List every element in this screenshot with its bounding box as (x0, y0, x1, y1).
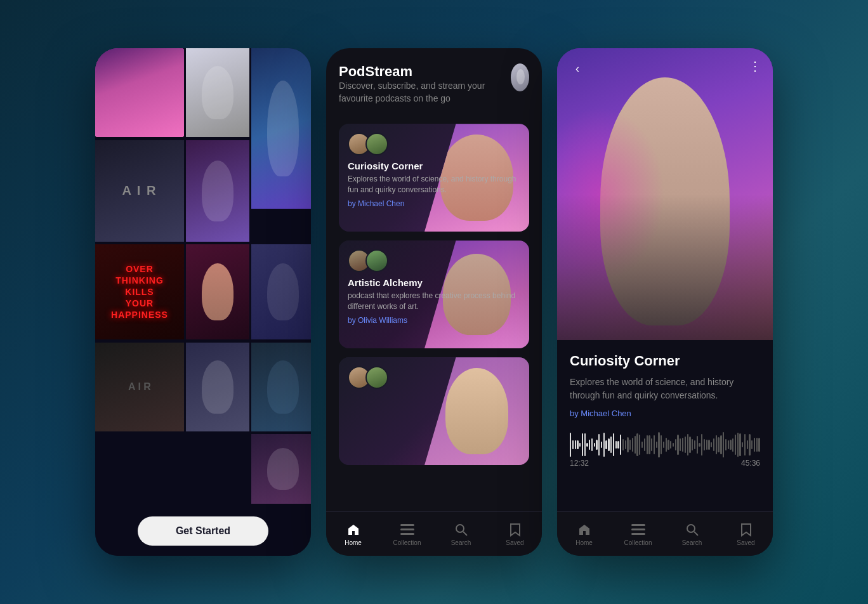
wave-bar (647, 435, 648, 454)
wave-bar (654, 435, 655, 455)
card-avatars-1 (348, 133, 520, 155)
svg-rect-2 (400, 533, 414, 535)
card-desc-2: podcast that explores the creative proce… (348, 291, 520, 312)
mini-avatar-2b (365, 249, 388, 272)
wave-bar (579, 443, 581, 447)
wave-bar (718, 437, 719, 453)
grid-image-8 (186, 244, 249, 339)
wave-bar (575, 440, 576, 449)
card-desc-1: Explores the world of science, and histo… (348, 174, 520, 195)
wave-bar (632, 438, 633, 451)
wave-bar (594, 443, 595, 447)
wave-bar (704, 439, 705, 450)
time-current: 12:32 (570, 459, 589, 468)
wave-bar (608, 438, 609, 450)
wave-bar (675, 439, 676, 451)
wave-bar (711, 442, 712, 447)
nav-home-2[interactable]: Home (326, 522, 380, 546)
wave-bar (758, 438, 760, 451)
user-avatar[interactable] (511, 63, 529, 91)
wave-bar (598, 434, 600, 455)
wave-bar (677, 435, 678, 454)
nav-search-2[interactable]: Search (434, 522, 488, 546)
wave-bar (666, 438, 667, 452)
wave-bar (629, 440, 631, 450)
wave-bar (694, 440, 695, 449)
wave-bar (589, 440, 590, 449)
card-avatars-2 (348, 249, 520, 272)
grid-image-12 (251, 343, 311, 431)
wave-bar (610, 437, 612, 452)
waveform[interactable] (570, 431, 760, 459)
wave-bar (673, 443, 674, 446)
get-started-button[interactable]: Get Started (138, 516, 268, 546)
nav-saved-label-2: Saved (506, 539, 523, 546)
detail-info: Curiosity Corner Explores the world of s… (557, 340, 773, 478)
wave-bar (641, 442, 643, 448)
grid-image-4: A I R (95, 140, 184, 242)
detail-title: Curiosity Corner (570, 353, 760, 369)
wave-bar (644, 438, 645, 450)
wave-bar (720, 435, 721, 455)
wave-bar (663, 442, 664, 448)
wave-bar (713, 438, 714, 451)
wave-bar (603, 433, 605, 457)
more-button[interactable]: ⋮ (749, 58, 763, 74)
grid-image-overthinking: OVERTHINKINGKILLSYOURHAPPINESS (95, 244, 184, 339)
wave-bar (627, 437, 628, 452)
wave-bar (739, 433, 740, 457)
wave-bar (648, 435, 650, 454)
grid-image-11 (186, 343, 249, 431)
wave-bar (708, 440, 709, 450)
bottom-nav-3: Home Collection Search (557, 511, 773, 556)
wave-bar (692, 439, 693, 450)
svg-point-8 (687, 525, 695, 532)
grid-image-1 (95, 48, 184, 137)
wave-bar (687, 434, 688, 455)
nav-collection-3[interactable]: Collection (611, 522, 665, 546)
svg-rect-5 (631, 524, 645, 526)
mini-avatar-1b (365, 133, 388, 155)
wave-bar (622, 439, 624, 450)
card-avatars-3 (348, 366, 520, 389)
wave-bar (635, 436, 636, 454)
wave-bar (732, 438, 733, 452)
back-button[interactable]: ‹ (567, 58, 588, 79)
podcast-card-3[interactable] (339, 357, 529, 465)
wave-bar (735, 435, 736, 454)
collection-icon-3 (631, 522, 646, 537)
nav-collection-2[interactable]: Collection (380, 522, 434, 546)
nav-home-3[interactable]: Home (557, 522, 611, 546)
home-icon-2 (346, 522, 361, 537)
wave-bar (572, 440, 574, 449)
card-content-1: Curiosity Corner Explores the world of s… (339, 124, 529, 217)
wave-bar (577, 440, 578, 449)
wave-bar (613, 433, 614, 456)
saved-icon-2 (508, 522, 523, 537)
wave-bar (742, 442, 743, 447)
photo-grid: A I R OVERTHINKINGKILLSYOURHAPPINESS (95, 48, 311, 505)
grid-image-5 (186, 140, 249, 242)
podcast-card-2[interactable]: Artistic Alchemy podcast that explores t… (339, 240, 529, 348)
podcast-card-1[interactable]: Curiosity Corner Explores the world of s… (339, 124, 529, 232)
wave-bar (670, 441, 671, 448)
svg-rect-7 (631, 533, 645, 535)
nav-saved-3[interactable]: Saved (719, 522, 773, 546)
wave-bar (689, 437, 690, 454)
nav-saved-2[interactable]: Saved (488, 522, 542, 546)
hero-overlay (557, 48, 773, 340)
nav-search-3[interactable]: Search (665, 522, 719, 546)
saved-icon-3 (739, 522, 754, 537)
nav-collection-label-2: Collection (393, 539, 421, 546)
getstarted-footer: Get Started (95, 505, 311, 556)
nav-saved-label-3: Saved (737, 539, 754, 546)
card-author-2: by Olivia Williams (348, 316, 520, 325)
wave-bar (699, 443, 700, 446)
podstream-header: PodStream Discover, subscribe, and strea… (339, 63, 529, 117)
nav-search-label-2: Search (451, 539, 471, 546)
wave-bar (570, 433, 571, 457)
search-icon-3 (685, 522, 700, 537)
wave-bar (661, 435, 662, 454)
wave-bar (625, 440, 626, 449)
overthinking-text: OVERTHINKINGKILLSYOURHAPPINESS (111, 263, 168, 321)
